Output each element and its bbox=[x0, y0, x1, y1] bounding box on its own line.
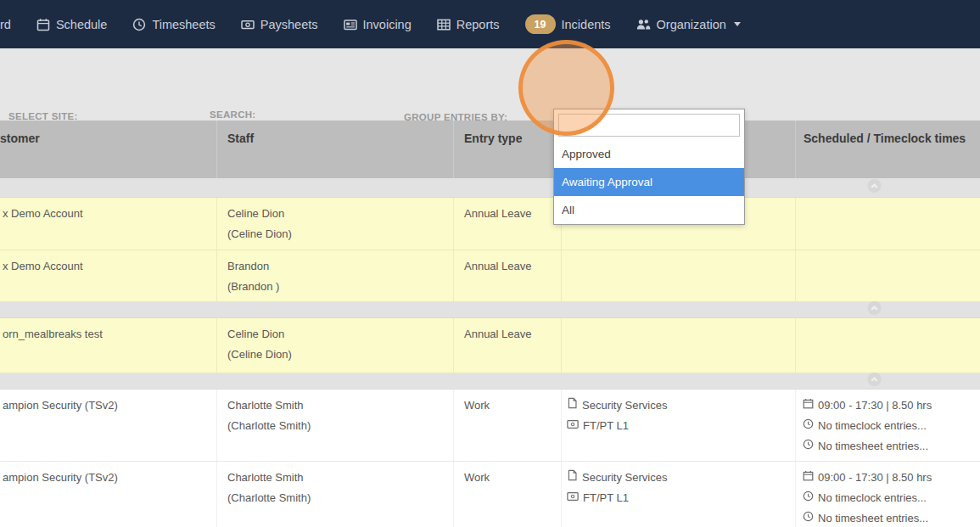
scheduled-time-label: 09:00 - 17:30 | 8.50 hrs bbox=[818, 395, 932, 416]
document-icon bbox=[567, 395, 578, 416]
details-cell bbox=[562, 250, 796, 301]
invoice-icon bbox=[344, 18, 357, 31]
pay-item-label: FT/PT L1 bbox=[583, 488, 629, 508]
service-label: Security Services bbox=[582, 468, 667, 488]
staff-name: Charlotte Smith bbox=[227, 395, 453, 416]
scheduled-time-label: 09:00 - 17:30 | 8.50 hrs bbox=[818, 468, 932, 488]
collapse-group-icon[interactable] bbox=[867, 373, 882, 390]
customer-cell: x Demo Account bbox=[0, 198, 217, 249]
view-dropdown-panel: Approved Awaiting Approval All bbox=[553, 109, 745, 225]
staff-name: Charlotte Smith bbox=[227, 468, 453, 488]
clock-icon bbox=[803, 416, 814, 436]
nav-item-organization[interactable]: Organization bbox=[636, 18, 741, 31]
nav-label: Incidents bbox=[562, 18, 611, 31]
group-separator bbox=[0, 302, 980, 318]
entry-type-cell: Annual Leave bbox=[454, 250, 562, 301]
customer-cell: orn_mealbreaks test bbox=[0, 318, 217, 373]
document-icon bbox=[567, 468, 578, 488]
view-option-approved[interactable]: Approved bbox=[554, 140, 744, 168]
table-header-row: stomer Staff Entry type Scheduled / Time… bbox=[0, 121, 980, 178]
timeclock-label: No timeclock entries... bbox=[818, 416, 927, 436]
calendar-icon bbox=[36, 18, 50, 31]
header-customer: stomer bbox=[0, 121, 217, 178]
details-cell: Security Services FT/PT L1 bbox=[562, 462, 796, 527]
table-row[interactable]: ampion Security (TSv2) Charlotte Smith (… bbox=[0, 390, 980, 462]
staff-name: Celine Dion bbox=[227, 324, 453, 345]
staff-subname: (Charlotte Smith) bbox=[227, 488, 453, 508]
entry-type-cell: Work bbox=[454, 462, 562, 527]
entry-type-cell: Work bbox=[454, 390, 562, 461]
nav-label: Timesheets bbox=[152, 18, 215, 31]
customer-cell: ampion Security (TSv2) bbox=[0, 390, 217, 461]
clock-icon bbox=[803, 436, 814, 457]
chevron-down-icon bbox=[734, 22, 741, 26]
table-row[interactable]: x Demo Account Brandon (Brandon ) Annual… bbox=[0, 250, 980, 302]
header-times: Scheduled / Timeclock times bbox=[796, 121, 980, 178]
nav-item-schedule[interactable]: Schedule bbox=[36, 18, 107, 31]
entries-table: stomer Staff Entry type Scheduled / Time… bbox=[0, 121, 980, 527]
banknote-icon bbox=[567, 416, 579, 436]
table-grid-icon bbox=[437, 18, 451, 31]
header-staff: Staff bbox=[217, 121, 454, 178]
staff-cell: Brandon (Brandon ) bbox=[217, 250, 454, 301]
times-cell: 09:00 - 17:30 | 8.50 hrs No timeclock en… bbox=[796, 462, 980, 527]
staff-subname: (Brandon ) bbox=[227, 277, 453, 297]
times-cell: 09:00 - 17:30 | 8.50 hrs No timeclock en… bbox=[796, 390, 980, 461]
header-entry-type: Entry type bbox=[454, 121, 562, 178]
people-icon bbox=[636, 18, 651, 31]
clock-icon bbox=[132, 18, 146, 31]
group-separator bbox=[0, 373, 980, 390]
entry-type-cell: Annual Leave bbox=[454, 318, 562, 373]
nav-label: Reports bbox=[456, 18, 500, 31]
service-label: Security Services bbox=[582, 395, 667, 416]
times-cell bbox=[796, 318, 980, 373]
clock-icon bbox=[803, 488, 814, 508]
table-row[interactable]: ampion Security (TSv2) Charlotte Smith (… bbox=[0, 462, 980, 527]
staff-cell: Charlotte Smith (Charlotte Smith) bbox=[217, 462, 454, 527]
staff-name: Celine Dion bbox=[227, 204, 453, 224]
nav-item-reports[interactable]: Reports bbox=[437, 18, 500, 31]
group-separator bbox=[0, 178, 980, 198]
nav-label: Paysheets bbox=[260, 18, 318, 31]
staff-name: Brandon bbox=[227, 256, 453, 277]
nav-label: Schedule bbox=[56, 18, 107, 31]
nav-item-dashboard-cut[interactable]: rd bbox=[0, 18, 11, 31]
search-label: SEARCH: bbox=[210, 109, 256, 120]
entry-type-cell: Annual Leave bbox=[454, 198, 562, 249]
filter-bar: SELECT SITE: All Sites SEARCH: GROUP ENT… bbox=[0, 48, 980, 121]
calendar-icon bbox=[803, 468, 814, 488]
staff-subname: (Celine Dion) bbox=[227, 224, 453, 244]
timeclock-label: No timeclock entries... bbox=[818, 488, 927, 508]
customer-cell: ampion Security (TSv2) bbox=[0, 462, 217, 527]
nav-item-paysheets[interactable]: Paysheets bbox=[241, 18, 318, 31]
view-option-all[interactable]: All bbox=[554, 196, 744, 224]
staff-subname: (Celine Dion) bbox=[227, 345, 453, 365]
details-cell bbox=[562, 318, 796, 373]
nav-label: rd bbox=[0, 18, 11, 31]
banknote-icon bbox=[241, 18, 255, 31]
nav-label: Invoicing bbox=[363, 18, 412, 31]
staff-cell: Charlotte Smith (Charlotte Smith) bbox=[217, 390, 454, 461]
table-row[interactable]: orn_mealbreaks test Celine Dion (Celine … bbox=[0, 318, 980, 373]
table-row[interactable]: x Demo Account Celine Dion (Celine Dion)… bbox=[0, 198, 980, 250]
nav-item-timesheets[interactable]: Timesheets bbox=[132, 18, 215, 31]
details-cell: Security Services FT/PT L1 bbox=[562, 390, 796, 461]
times-cell bbox=[796, 250, 980, 301]
view-option-awaiting-approval[interactable]: Awaiting Approval bbox=[554, 168, 744, 196]
banknote-icon bbox=[567, 488, 579, 508]
nav-item-incidents[interactable]: 19 Incidents bbox=[525, 14, 611, 34]
nav-item-invoicing[interactable]: Invoicing bbox=[344, 18, 412, 31]
incidents-count-badge: 19 bbox=[525, 14, 556, 34]
timesheet-label: No timesheet entries... bbox=[818, 508, 928, 527]
staff-cell: Celine Dion (Celine Dion) bbox=[217, 318, 454, 373]
timesheet-label: No timesheet entries... bbox=[818, 436, 928, 457]
staff-subname: (Charlotte Smith) bbox=[227, 416, 453, 436]
staff-cell: Celine Dion (Celine Dion) bbox=[217, 198, 454, 249]
collapse-group-icon[interactable] bbox=[867, 301, 882, 319]
times-cell bbox=[796, 198, 980, 249]
collapse-group-icon[interactable] bbox=[867, 179, 882, 197]
nav-label: Organization bbox=[657, 18, 726, 31]
view-dropdown-filter-input[interactable] bbox=[558, 114, 740, 137]
customer-cell: x Demo Account bbox=[0, 250, 217, 301]
top-navbar: rd Schedule Timesheets Paysheets Invoici… bbox=[0, 0, 980, 48]
